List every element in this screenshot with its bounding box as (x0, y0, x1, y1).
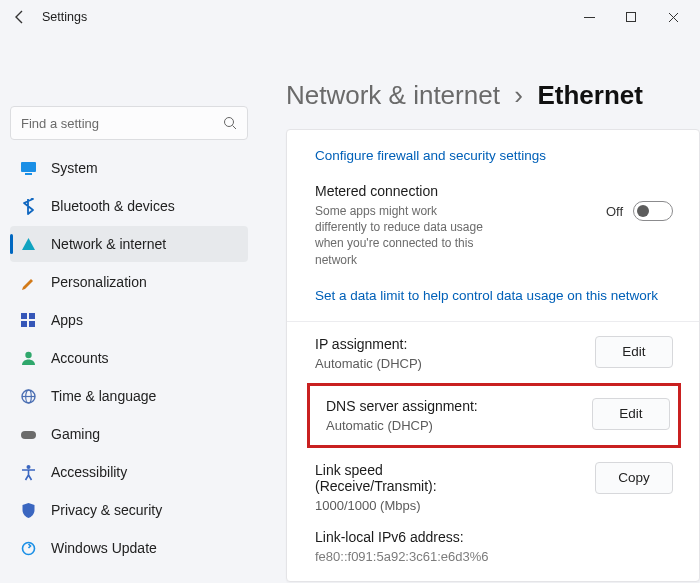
brush-icon (20, 274, 37, 291)
sidebar-item-time-language[interactable]: Time & language (10, 378, 248, 414)
globe-icon (20, 388, 37, 405)
svg-rect-8 (21, 321, 27, 327)
ip-row: IP assignment: Automatic (DHCP) Edit (287, 328, 699, 379)
sidebar-item-label: Network & internet (51, 236, 166, 252)
search-box[interactable] (10, 106, 248, 140)
window-title: Settings (42, 10, 87, 24)
main-content: Network & internet › Ethernet Configure … (258, 34, 700, 583)
maximize-icon (626, 12, 636, 22)
speed-title: Link speed (Receive/Transmit): (315, 462, 475, 494)
title-bar: Settings (0, 0, 700, 34)
gaming-icon (20, 426, 37, 443)
svg-rect-9 (29, 321, 35, 327)
dns-row: DNS server assignment: Automatic (DHCP) … (318, 394, 670, 437)
bluetooth-icon (20, 198, 37, 215)
sidebar-item-privacy-security[interactable]: Privacy & security (10, 492, 248, 528)
search-input[interactable] (21, 116, 223, 131)
dns-edit-button[interactable]: Edit (592, 398, 670, 430)
sidebar-item-personalization[interactable]: Personalization (10, 264, 248, 300)
settings-panel: Configure firewall and security settings… (286, 129, 700, 582)
svg-rect-14 (21, 431, 36, 439)
data-limit-link[interactable]: Set a data limit to help control data us… (287, 276, 699, 315)
dns-title: DNS server assignment: (326, 398, 582, 414)
sidebar-item-label: Accessibility (51, 464, 127, 480)
firewall-link[interactable]: Configure firewall and security settings (287, 136, 699, 175)
divider (287, 321, 699, 322)
svg-rect-4 (21, 162, 36, 172)
person-icon (20, 350, 37, 367)
maximize-button[interactable] (610, 3, 652, 31)
close-icon (668, 12, 679, 23)
ip-edit-button[interactable]: Edit (595, 336, 673, 368)
crumb-current: Ethernet (537, 80, 642, 110)
ipv6-value: fe80::f091:5a92:3c61:e6d3%6 (315, 549, 663, 564)
metered-toggle[interactable] (633, 201, 673, 221)
metered-desc: Some apps might work differently to redu… (315, 203, 485, 268)
close-button[interactable] (652, 3, 694, 31)
wifi-icon (20, 236, 37, 253)
sidebar-item-bluetooth-devices[interactable]: Bluetooth & devices (10, 188, 248, 224)
metered-row: Metered connection Some apps might work … (287, 175, 699, 276)
sidebar-item-label: Apps (51, 312, 83, 328)
ipv6-row: Link-local IPv6 address: fe80::f091:5a92… (287, 521, 699, 564)
sidebar-item-apps[interactable]: Apps (10, 302, 248, 338)
search-icon (223, 116, 237, 130)
svg-rect-7 (29, 313, 35, 319)
sidebar-item-label: Time & language (51, 388, 156, 404)
svg-point-2 (225, 118, 234, 127)
sidebar-item-network-internet[interactable]: Network & internet (10, 226, 248, 262)
sidebar-item-windows-update[interactable]: Windows Update (10, 530, 248, 566)
ip-value: Automatic (DHCP) (315, 356, 585, 371)
sidebar-item-label: Personalization (51, 274, 147, 290)
shield-icon (20, 502, 37, 519)
crumb-parent[interactable]: Network & internet (286, 80, 500, 110)
arrow-left-icon (13, 10, 27, 24)
speed-row: Link speed (Receive/Transmit): 1000/1000… (287, 454, 699, 521)
svg-rect-1 (627, 13, 636, 22)
sidebar-item-label: Bluetooth & devices (51, 198, 175, 214)
ipv6-title: Link-local IPv6 address: (315, 529, 663, 545)
svg-rect-5 (25, 173, 32, 175)
chevron-right-icon: › (507, 80, 537, 110)
back-button[interactable] (6, 3, 34, 31)
sidebar-item-gaming[interactable]: Gaming (10, 416, 248, 452)
nav-list: SystemBluetooth & devicesNetwork & inter… (10, 150, 248, 566)
sidebar-item-label: System (51, 160, 98, 176)
dns-value: Automatic (DHCP) (326, 418, 582, 433)
svg-point-15 (27, 465, 31, 469)
svg-point-10 (25, 351, 31, 357)
breadcrumb: Network & internet › Ethernet (258, 34, 700, 129)
metered-title: Metered connection (315, 183, 596, 199)
sidebar-item-label: Privacy & security (51, 502, 162, 518)
metered-toggle-label: Off (606, 204, 623, 219)
sidebar: SystemBluetooth & devicesNetwork & inter… (0, 34, 258, 583)
ip-title: IP assignment: (315, 336, 585, 352)
sidebar-item-accounts[interactable]: Accounts (10, 340, 248, 376)
grid-icon (20, 312, 37, 329)
sidebar-item-accessibility[interactable]: Accessibility (10, 454, 248, 490)
monitor-icon (20, 160, 37, 177)
speed-copy-button[interactable]: Copy (595, 462, 673, 494)
minimize-button[interactable] (568, 3, 610, 31)
svg-rect-6 (21, 313, 27, 319)
svg-line-3 (233, 126, 237, 130)
update-icon (20, 540, 37, 557)
sidebar-item-label: Windows Update (51, 540, 157, 556)
sidebar-item-label: Accounts (51, 350, 109, 366)
dns-highlight-box: DNS server assignment: Automatic (DHCP) … (307, 383, 681, 448)
accessibility-icon (20, 464, 37, 481)
minimize-icon (584, 12, 595, 23)
speed-value: 1000/1000 (Mbps) (315, 498, 585, 513)
sidebar-item-label: Gaming (51, 426, 100, 442)
sidebar-item-system[interactable]: System (10, 150, 248, 186)
